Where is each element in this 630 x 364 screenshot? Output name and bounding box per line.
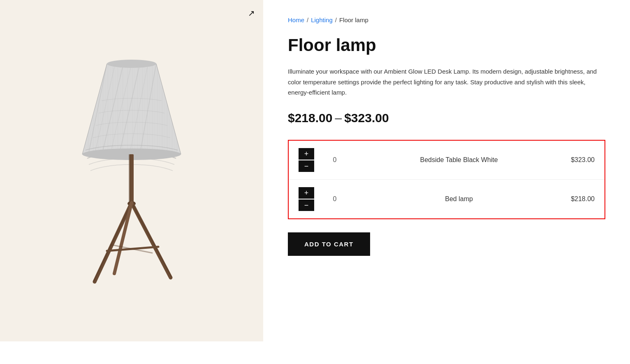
svg-point-12	[107, 60, 156, 68]
add-to-cart-button[interactable]: ADD TO CART	[288, 232, 370, 256]
variant-row: + − 0 Bed lamp $218.00	[289, 180, 605, 218]
content-panel: Home / Lighting / Floor lamp Floor lamp …	[263, 0, 630, 272]
qty-increment-2[interactable]: +	[299, 187, 314, 199]
product-title: Floor lamp	[288, 36, 605, 55]
qty-value-2: 0	[327, 195, 342, 203]
svg-rect-15	[129, 154, 130, 204]
breadcrumb-home-link[interactable]: Home	[288, 16, 304, 23]
qty-decrement-1[interactable]: −	[299, 160, 314, 172]
svg-line-18	[94, 203, 132, 281]
variant-price-2: $218.00	[571, 195, 595, 203]
expand-icon[interactable]: ↗	[248, 8, 255, 18]
variant-name-1: Bedside Table Black White	[355, 156, 563, 164]
variant-row: + − 0 Bedside Table Black White $323.00	[289, 141, 605, 180]
svg-line-23	[111, 245, 152, 253]
variant-price-1: $323.00	[571, 156, 595, 164]
qty-value-1: 0	[327, 156, 342, 164]
product-image	[53, 43, 210, 298]
breadcrumb-separator-2: /	[335, 16, 337, 23]
page-container: ↗	[0, 0, 630, 364]
svg-marker-3	[82, 64, 181, 154]
qty-stepper-1: + −	[299, 148, 314, 172]
breadcrumb-current: Floor lamp	[339, 16, 368, 23]
variant-name-2: Bed lamp	[355, 195, 563, 203]
breadcrumb-category-link[interactable]: Lighting	[311, 16, 333, 23]
price-separator: –	[335, 111, 342, 125]
qty-increment-1[interactable]: +	[299, 148, 314, 160]
breadcrumb: Home / Lighting / Floor lamp	[288, 16, 605, 23]
price-range: $218.00–$323.00	[288, 111, 605, 125]
product-image-panel: ↗	[0, 0, 263, 341]
qty-stepper-2: + −	[299, 187, 314, 211]
price-max: $323.00	[344, 111, 389, 125]
price-min: $218.00	[288, 111, 332, 125]
product-description: Illuminate your workspace with our Ambie…	[288, 66, 600, 98]
variants-box: + − 0 Bedside Table Black White $323.00 …	[288, 140, 605, 219]
breadcrumb-separator-1: /	[307, 16, 308, 23]
qty-decrement-2[interactable]: −	[299, 199, 314, 211]
svg-line-20	[132, 203, 171, 277]
